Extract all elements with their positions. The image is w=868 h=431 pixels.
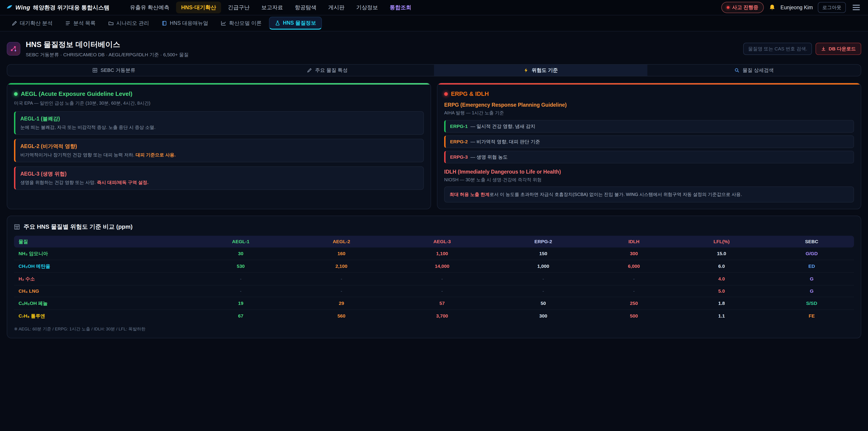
aegl-level-desc: 생명을 위협하는 건강 영향 또는 사망. 즉시 대피/제독 구역 설정. <box>20 179 418 186</box>
idlh-heading: IDLH (Immediately Dangerous to Life or H… <box>444 169 854 175</box>
aegl-level-name: AEGL-1 (불쾌감) <box>20 115 418 122</box>
notification-bell-icon[interactable] <box>769 4 776 11</box>
brand-logo-text: Wing <box>16 4 30 11</box>
subtab-model-theory[interactable]: 확산모델 이론 <box>215 18 267 29</box>
aegl-level-desc: 눈에 띄는 불쾌감, 자극 또는 비감각적 증상. 노출 중단 시 증상 소멸. <box>20 124 418 131</box>
col-aegl2[interactable]: AEGL-2 <box>291 236 392 247</box>
aegl-level-name: AEGL-3 (생명 위협) <box>20 171 418 177</box>
brand-title: 해양환경 위기대응 통합시스템 <box>33 4 110 11</box>
erpg-heading: ERPG (Emergency Response Planning Guidel… <box>444 102 854 108</box>
incident-badge-label: 사고 진행중 <box>732 4 758 11</box>
substance-search-input[interactable] <box>743 43 812 55</box>
page-header: HNS 물질정보 데이터베이스 SEBC 거동분류 · CHRIS/CAMEO … <box>7 39 861 58</box>
subtab-label: 확산모델 이론 <box>229 20 261 27</box>
section-tab-hazard-criteria[interactable]: 위험도 기준 <box>434 65 647 76</box>
aegl-level-desc: 비가역적이거나 장기적인 건강 영향 또는 대피 능력 저하. 대피 기준으로 … <box>20 152 418 158</box>
brand[interactable]: Wing 해양환경 위기대응 통합시스템 <box>6 4 110 11</box>
table-row[interactable]: CH₃OH 메탄올 530 2,100 14,000 1,000 6,000 6… <box>14 260 854 273</box>
incident-dot-icon <box>727 6 730 9</box>
folder-icon <box>108 21 114 26</box>
col-erpg2[interactable]: ERPG-2 <box>492 236 594 247</box>
nav-item-rescue[interactable]: 긴급구난 <box>223 2 254 13</box>
aegl-panel-subtitle: 미국 EPA — 일반인 급성 노출 기준 (10분, 30분, 60분, 4시… <box>14 100 424 106</box>
subtab-hns-manual[interactable]: HNS 대응매뉴얼 <box>156 18 214 29</box>
subtab-label: 분석 목록 <box>73 20 95 27</box>
subtab-analysis-list[interactable]: 분석 목록 <box>60 18 101 29</box>
table-title: 주요 HNS 물질별 위험도 기준 비교 (ppm) <box>14 223 854 231</box>
grid-icon <box>92 68 97 73</box>
pencil-icon <box>12 21 17 26</box>
subtab-scenario-management[interactable]: 시나리오 관리 <box>103 18 154 29</box>
erpg-idlh-panel: ERPG & IDLH ERPG (Emergency Response Pla… <box>437 83 861 209</box>
nav-item-weather[interactable]: 기상정보 <box>351 2 383 13</box>
aegl-panel-title: AEGL (Acute Exposure Guideline Level) <box>14 90 424 97</box>
erpg-level-1-row: ERPG-1 — 일시적 건강 영향, 냄새 감지 <box>444 120 854 133</box>
user-name: Eunjeong Kim <box>780 4 813 11</box>
main-nav: 유출유 확산예측 HNS·대기확산 긴급구난 보고자료 항공탐색 게시판 기상정… <box>125 2 416 13</box>
molecule-icon <box>7 42 20 56</box>
table-row[interactable]: NH₃ 암모니아 30 160 1,100 150 300 15.0 G/GD <box>14 247 854 260</box>
download-icon <box>821 46 826 51</box>
section-tab-label: 물질 상세검색 <box>743 67 774 74</box>
section-tab-sebc[interactable]: SEBC 거동분류 <box>7 65 221 76</box>
erpg-level-3-row: ERPG-3 — 생명 위협 농도 <box>444 151 854 163</box>
aegl-panel: AEGL (Acute Exposure Guideline Level) 미국… <box>7 83 431 209</box>
subtab-hns-substance-info[interactable]: HNS 물질정보 <box>269 17 322 30</box>
aegl-level-3-card: AEGL-3 (생명 위협) 생명을 위협하는 건강 영향 또는 사망. 즉시 … <box>14 166 424 190</box>
table-header-row: 물질 AEGL-1 AEGL-2 AEGL-3 ERPG-2 IDLH LFL(… <box>14 236 854 247</box>
red-dot-icon <box>444 92 448 96</box>
aegl-level-1-card: AEGL-1 (불쾌감) 눈에 띄는 불쾌감, 자극 또는 비감각적 증상. 노… <box>14 111 424 135</box>
pencil-icon <box>307 68 312 73</box>
erpg-panel-title: ERPG & IDLH <box>444 90 854 97</box>
section-tab-properties[interactable]: 주요 물질 특성 <box>221 65 434 76</box>
section-tab-bar: SEBC 거동분류 주요 물질 특성 위험도 기준 물질 상세검색 <box>7 64 861 76</box>
col-substance[interactable]: 물질 <box>14 236 190 247</box>
section-tab-label: 주요 물질 특성 <box>315 67 348 74</box>
aegl-level-2-card: AEGL-2 (비가역적 영향) 비가역적이거나 장기적인 건강 영향 또는 대… <box>14 139 424 162</box>
table-row[interactable]: C₆H₅OH 페놀 19 29 57 50 250 1.8 S/SD <box>14 297 854 310</box>
aegl-level-name: AEGL-2 (비가역적 영향) <box>20 143 418 150</box>
list-icon <box>65 21 70 26</box>
col-sebc[interactable]: SEBC <box>770 236 854 247</box>
main-content: HNS 물질정보 데이터베이스 SEBC 거동분류 · CHRIS/CAMEO … <box>0 31 868 338</box>
erpg-level-2-row: ERPG-2 — 비가역적 영향, 대피 판단 기준 <box>444 135 854 148</box>
nav-item-reports[interactable]: 보고자료 <box>256 2 288 13</box>
subtab-label: HNS 물질정보 <box>283 20 316 26</box>
hazard-comparison-table: 물질 AEGL-1 AEGL-2 AEGL-3 ERPG-2 IDLH LFL(… <box>14 236 854 322</box>
green-dot-icon <box>14 92 18 96</box>
topbar-right: 사고 진행중 Eunjeong Kim 로그아웃 <box>721 2 862 13</box>
section-tab-label: SEBC 거동분류 <box>101 67 135 74</box>
search-icon <box>735 68 739 73</box>
col-lfl[interactable]: LFL(%) <box>674 236 770 247</box>
subtab-label: 대기확산 분석 <box>20 20 53 27</box>
page-title: HNS 물질정보 데이터베이스 <box>26 39 189 50</box>
nav-item-board[interactable]: 게시판 <box>323 2 349 13</box>
subtab-dispersion-analysis[interactable]: 대기확산 분석 <box>6 18 58 29</box>
nav-item-hns-dispersion[interactable]: HNS·대기확산 <box>176 2 221 13</box>
idlh-subtitle: NIOSH — 30분 노출 시 생명·건강에 즉각적 위험 <box>444 177 854 183</box>
table-row[interactable]: H₂ 수소 - - - - - 4.0 G <box>14 273 854 285</box>
flask-icon <box>275 20 280 26</box>
idlh-description-box: 최대 허용 노출 한계로서 이 농도를 초과하면 자급식 호흡장치(SCBA) … <box>444 186 854 203</box>
nav-item-oil-spill[interactable]: 유출유 확산예측 <box>125 2 175 13</box>
nav-item-aerial-search[interactable]: 항공탐색 <box>290 2 321 13</box>
col-idlh[interactable]: IDLH <box>594 236 674 247</box>
subtab-label: 시나리오 관리 <box>116 20 149 27</box>
chart-line-icon <box>221 21 226 26</box>
nav-item-integrated-search[interactable]: 통합조회 <box>385 2 416 13</box>
table-row[interactable]: C₇H₈ 톨루엔 67 560 3,700 300 500 1.1 FE <box>14 310 854 322</box>
incident-status-badge[interactable]: 사고 진행중 <box>721 2 764 13</box>
db-download-button[interactable]: DB 다운로드 <box>815 43 861 55</box>
table-footnote: ※ AEGL: 60분 기준 / ERPG: 1시간 노출 / IDLH: 30… <box>14 326 854 332</box>
erpg-subtitle: AIHA 발행 — 1시간 노출 기준 <box>444 110 854 116</box>
section-tab-label: 위험도 기준 <box>532 67 558 74</box>
section-tab-detail-search[interactable]: 물질 상세검색 <box>647 65 861 76</box>
col-aegl1[interactable]: AEGL-1 <box>190 236 291 247</box>
table-row[interactable]: CH₄ LNG - - - - - 5.0 G <box>14 285 854 297</box>
col-aegl3[interactable]: AEGL-3 <box>392 236 492 247</box>
db-download-label: DB 다운로드 <box>829 45 856 52</box>
logout-button[interactable]: 로그아웃 <box>818 2 846 13</box>
comparison-table-panel: 주요 HNS 물질별 위험도 기준 비교 (ppm) 물질 AEGL-1 AEG… <box>7 216 861 338</box>
topbar: Wing 해양환경 위기대응 통합시스템 유출유 확산예측 HNS·대기확산 긴… <box>0 0 868 16</box>
menu-icon[interactable] <box>851 2 862 12</box>
